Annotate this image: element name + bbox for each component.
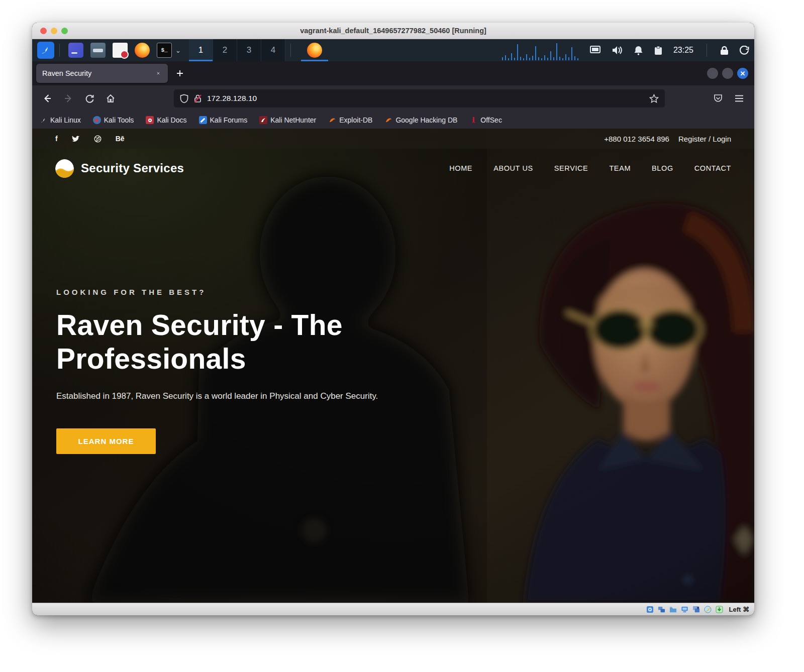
kali-tools-favicon <box>93 116 101 124</box>
facebook-icon[interactable]: f <box>55 135 58 143</box>
bookmarks-bar: Kali Linux Kali Tools Kali Docs Kali For… <box>32 111 754 129</box>
bookmark-kali-forums[interactable]: Kali Forums <box>199 116 248 124</box>
kali-linux-favicon <box>39 116 47 124</box>
firefox-navbar: 172.28.128.10 <box>32 85 754 111</box>
terminal-glyph: $_ <box>161 47 167 53</box>
nav-contact[interactable]: CONTACT <box>694 164 731 172</box>
tab-title: Raven Security <box>42 69 155 77</box>
firefox-launcher-icon[interactable] <box>135 43 150 58</box>
chevron-down-icon[interactable]: ⌄ <box>175 47 181 54</box>
maximize-button[interactable] <box>722 68 733 79</box>
page-viewport: f Bē +880 012 3654 896 Register / Login … <box>32 129 754 603</box>
hero-title: Raven Security - The Professionals <box>56 308 388 375</box>
logout-power-icon[interactable] <box>740 46 749 55</box>
google-hacking-db-favicon <box>384 116 392 124</box>
tracking-shield-icon[interactable] <box>180 94 188 103</box>
taskbar-firefox-icon[interactable] <box>301 39 328 61</box>
vbox-harddisk-status-icon[interactable] <box>646 605 654 613</box>
phone-number: +880 012 3654 896 <box>604 135 669 143</box>
vbox-arrow-status-icon[interactable] <box>716 605 724 613</box>
offsec-favicon <box>469 116 477 124</box>
site-brand[interactable]: Security Services <box>81 161 184 175</box>
dribbble-icon[interactable] <box>94 135 102 143</box>
nav-home[interactable]: HOME <box>449 164 472 172</box>
firefox-tabbar: Raven Security ✕ <box>32 61 754 85</box>
bookmark-kali-linux[interactable]: Kali Linux <box>39 116 81 124</box>
panel-separator <box>59 44 60 57</box>
xfwm-window-controls: ✕ <box>707 61 748 85</box>
kali-forums-favicon <box>199 116 207 124</box>
volume-icon[interactable] <box>612 46 623 55</box>
home-button[interactable] <box>102 90 120 107</box>
panel-clock[interactable]: 23:25 <box>673 46 693 55</box>
url-bar[interactable]: 172.28.128.10 <box>174 89 665 107</box>
display-tray-icon[interactable] <box>590 46 600 55</box>
vm-window: vagrant-kali_default_1649657277982_50460… <box>32 23 754 615</box>
workspace-1[interactable]: 1 <box>189 39 213 61</box>
vbox-network-status-icon[interactable] <box>658 605 666 613</box>
panel-separator <box>290 44 291 57</box>
back-button[interactable] <box>38 90 56 107</box>
hero-subtitle: Established in 1987, Raven Security is a… <box>56 391 408 401</box>
lock-screen-icon[interactable] <box>720 46 729 55</box>
exploit-db-favicon <box>328 116 336 124</box>
forward-button[interactable] <box>59 90 77 107</box>
notifications-bell-icon[interactable] <box>634 46 643 55</box>
kali-panel: $_ ⌄ 1 2 3 4 <box>32 39 754 61</box>
workspace-3[interactable]: 3 <box>237 39 261 61</box>
vbox-status-bar: Left ⌘ <box>32 603 754 615</box>
nav-blog[interactable]: BLOG <box>652 164 673 172</box>
close-button[interactable]: ✕ <box>737 68 748 79</box>
insecure-lock-icon[interactable] <box>193 94 202 103</box>
nav-service[interactable]: SERVICE <box>554 164 588 172</box>
pocket-icon[interactable] <box>709 90 727 107</box>
site-logo-icon[interactable] <box>55 159 74 178</box>
bookmark-google-hacking-db[interactable]: Google Hacking DB <box>384 116 457 124</box>
site-nav: HOME ABOUT US SERVICE TEAM BLOG CONTACT <box>449 164 731 172</box>
bookmark-kali-docs[interactable]: Kali Docs <box>146 116 186 124</box>
panel-separator <box>707 44 707 57</box>
site-header: Security Services HOME ABOUT US SERVICE … <box>32 149 754 188</box>
bookmark-kali-nethunter[interactable]: Kali NetHunter <box>259 116 316 124</box>
social-links: f Bē <box>55 135 125 143</box>
bookmark-offsec[interactable]: OffSec <box>469 116 502 124</box>
kali-menu-icon[interactable] <box>37 42 54 59</box>
menu-hamburger-icon[interactable] <box>730 90 748 107</box>
nav-team[interactable]: TEAM <box>609 164 631 172</box>
vbox-shared-folders-status-icon[interactable] <box>669 605 677 613</box>
behance-icon[interactable]: Bē <box>116 135 125 143</box>
vbox-display-status-icon[interactable] <box>681 605 689 613</box>
hero-kicker: LOOKING FOR THE BEST? <box>56 288 408 296</box>
bookmark-star-icon[interactable] <box>649 94 659 103</box>
url-text: 172.28.128.10 <box>207 94 649 103</box>
bookmark-exploit-db[interactable]: Exploit-DB <box>328 116 372 124</box>
zoom-window-button[interactable] <box>61 28 68 34</box>
minimize-window-button[interactable] <box>51 28 57 34</box>
new-tab-button[interactable] <box>176 69 184 77</box>
file-manager-icon[interactable] <box>90 43 106 58</box>
tab-close-icon[interactable] <box>155 70 162 77</box>
tab-raven-security[interactable]: Raven Security <box>36 64 168 83</box>
cpu-graph[interactable] <box>500 40 581 60</box>
workspace-2[interactable]: 2 <box>213 39 237 61</box>
vbox-features-status-icon[interactable] <box>704 605 712 613</box>
vbox-host-key-indicator: Left ⌘ <box>729 606 749 613</box>
system-tray: 23:25 <box>590 44 749 57</box>
vbox-seamless-windows-status-icon[interactable] <box>692 605 700 613</box>
site-topbar: f Bē +880 012 3654 896 Register / Login <box>32 129 754 149</box>
bookmark-kali-tools[interactable]: Kali Tools <box>93 116 134 124</box>
workspace-switcher: 1 2 3 4 <box>189 39 285 61</box>
nav-about-us[interactable]: ABOUT US <box>493 164 533 172</box>
close-window-button[interactable] <box>40 28 47 34</box>
terminal-icon[interactable]: $_ <box>157 43 172 58</box>
text-editor-icon[interactable] <box>113 43 128 58</box>
clipboard-icon[interactable] <box>654 46 662 55</box>
minimize-button[interactable] <box>707 68 718 79</box>
kali-nethunter-favicon <box>259 116 267 124</box>
workspace-4[interactable]: 4 <box>261 39 285 61</box>
terminal-launcher-icon[interactable] <box>68 43 83 58</box>
learn-more-button[interactable]: LEARN MORE <box>56 428 156 454</box>
register-login-link[interactable]: Register / Login <box>678 135 731 143</box>
reload-button[interactable] <box>80 90 98 107</box>
twitter-icon[interactable] <box>72 136 80 142</box>
